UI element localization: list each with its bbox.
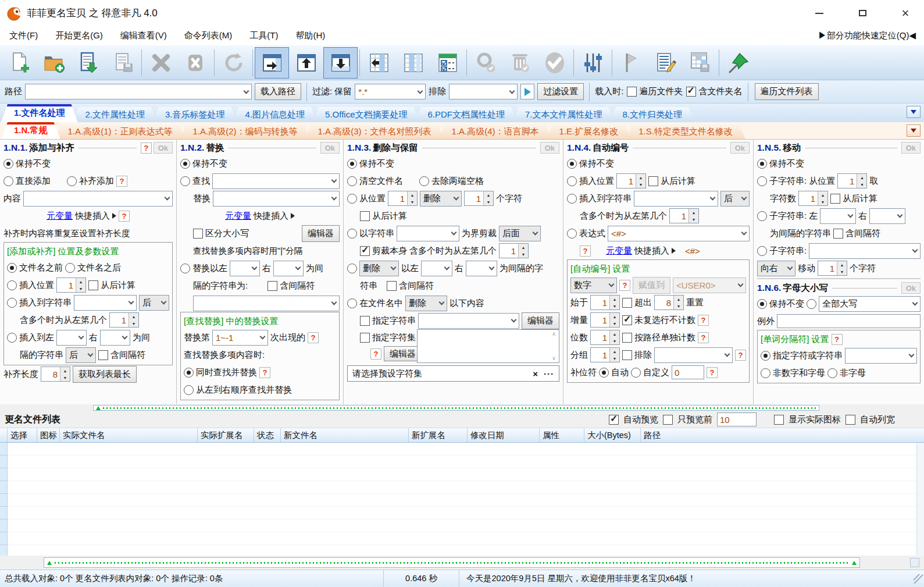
- spec-char-radio[interactable]: [761, 351, 770, 361]
- refresh-button[interactable]: [216, 47, 251, 79]
- insert-pos-radio[interactable]: [7, 280, 17, 290]
- quick-locate-link[interactable]: ▶部分功能快速定位(Q)◀: [818, 30, 916, 41]
- substring-radio[interactable]: [757, 246, 767, 256]
- by-string-radio[interactable]: [347, 229, 357, 239]
- multi-index-spinner[interactable]: 1▲▼: [669, 208, 699, 223]
- find-radio[interactable]: [180, 176, 190, 186]
- column-actual-extension[interactable]: 实际扩展名: [198, 428, 254, 442]
- column-path[interactable]: 路径: [641, 428, 924, 442]
- spec-char-combo[interactable]: [845, 348, 917, 364]
- help-button[interactable]: ?: [119, 211, 130, 222]
- boundary-string-combo[interactable]: [397, 226, 459, 241]
- insert-between-radio[interactable]: [7, 333, 17, 343]
- keep-unchanged-radio[interactable]: [3, 159, 13, 169]
- non-alnum-radio[interactable]: [761, 368, 770, 378]
- maximize-button[interactable]: [854, 5, 871, 22]
- ok-indicator[interactable]: Ok: [320, 142, 340, 154]
- insert-pos-spinner[interactable]: 1▲▼: [56, 278, 86, 293]
- dropdown-arrow-icon[interactable]: [241, 84, 251, 99]
- over-reset-checkbox[interactable]: [622, 298, 632, 308]
- delete-keep-combo[interactable]: 删除: [359, 261, 399, 276]
- insert-to-string-radio[interactable]: [567, 194, 577, 204]
- content-combo[interactable]: [23, 191, 173, 207]
- position-spinner[interactable]: 1▲▼: [388, 191, 418, 206]
- file-table-body[interactable]: [0, 443, 924, 556]
- load-path-button[interactable]: 载入路径: [255, 83, 301, 100]
- custom-pad-input[interactable]: 0: [672, 365, 704, 379]
- search-button[interactable]: [469, 47, 503, 79]
- apply-filter-button[interactable]: [520, 84, 534, 99]
- tab-pdf-attributes[interactable]: 6.PDF文档属性处理: [415, 107, 518, 122]
- left-sep-combo[interactable]: [421, 261, 452, 276]
- right-sep-combo[interactable]: [466, 261, 497, 276]
- column-select[interactable]: 选择: [8, 428, 37, 442]
- non-alpha-radio[interactable]: [827, 368, 837, 378]
- insert-pos-radio[interactable]: [567, 176, 577, 186]
- get-longest-button[interactable]: 获取列表最长: [73, 366, 137, 383]
- traverse-folders-checkbox[interactable]: [627, 87, 637, 97]
- keep-unchanged-radio[interactable]: [180, 159, 190, 169]
- subtab-advanced-encoding[interactable]: 1.A.高级(2)：编码与转换等: [180, 124, 311, 139]
- panel-down-button[interactable]: [323, 47, 358, 79]
- minimize-button[interactable]: [811, 5, 827, 22]
- before-after-combo[interactable]: 后: [139, 295, 169, 311]
- case-sensitive-checkbox[interactable]: [193, 229, 203, 239]
- help-button[interactable]: ?: [832, 334, 843, 345]
- resize-grip[interactable]: [914, 574, 923, 584]
- delete-button[interactable]: [144, 47, 178, 79]
- menu-edit-view[interactable]: 编辑查看(V): [120, 30, 167, 41]
- keep-unchanged-radio[interactable]: [757, 159, 767, 169]
- panel-list-splitter[interactable]: [0, 404, 924, 411]
- right-sep-combo[interactable]: [100, 330, 130, 346]
- assign-to-button[interactable]: 赋值到: [633, 277, 670, 294]
- menu-file[interactable]: 文件(F): [9, 30, 38, 41]
- exclude-checkbox[interactable]: [622, 350, 632, 360]
- ok-indicator[interactable]: Ok: [901, 142, 921, 154]
- clear-selection-icon[interactable]: ×: [533, 369, 538, 379]
- confirm-button[interactable]: [537, 47, 572, 79]
- include-sep-checkbox[interactable]: [833, 229, 843, 239]
- delete-mode-combo[interactable]: 删除: [420, 191, 462, 207]
- flag-button[interactable]: [614, 47, 648, 79]
- cut-self-checkbox[interactable]: [360, 246, 370, 256]
- insert-to-string-combo[interactable]: [74, 295, 137, 311]
- per-path-checkbox[interactable]: [622, 333, 632, 343]
- column-new-extension[interactable]: 新扩展名: [409, 428, 468, 442]
- over-spinner[interactable]: 8▲▼: [654, 295, 684, 310]
- dropdown-arrow-icon[interactable]: [506, 84, 517, 99]
- pad-length-spinner[interactable]: 8▲▼: [41, 367, 70, 382]
- scrollbar[interactable]: ∧∨: [550, 331, 558, 361]
- file-rows-area[interactable]: [8, 443, 916, 556]
- auto-pad-radio[interactable]: [599, 368, 609, 378]
- char-count-spinner[interactable]: 1▲▼: [798, 191, 828, 206]
- pad-add-radio[interactable]: [67, 176, 77, 186]
- subtab-specific-type[interactable]: 1.S.特定类型文件名修改: [626, 124, 745, 139]
- meta-variable-link[interactable]: 元变量: [606, 246, 632, 257]
- clear-all-button[interactable]: [178, 47, 212, 79]
- charset-textarea[interactable]: ∧∨: [417, 329, 559, 363]
- meta-variable-link[interactable]: 元变量: [225, 211, 251, 222]
- help-button[interactable]: ?: [619, 280, 630, 291]
- menu-help[interactable]: 帮助(H): [295, 30, 325, 41]
- help-button[interactable]: ?: [308, 332, 319, 343]
- start-spinner[interactable]: 1▲▼: [590, 295, 620, 310]
- left-sep-combo[interactable]: [820, 208, 856, 224]
- scroll-corner-box[interactable]: [910, 558, 919, 567]
- replace-combo[interactable]: [213, 191, 340, 207]
- preview-count-input[interactable]: 10: [717, 412, 757, 426]
- vertical-scrollbar[interactable]: [916, 443, 924, 556]
- show-real-icon-checkbox[interactable]: [774, 415, 784, 425]
- keep-unchanged-radio[interactable]: [757, 299, 767, 309]
- count-from-end-checkbox[interactable]: [360, 211, 370, 221]
- filter-exclude-combo[interactable]: [449, 84, 518, 99]
- columns-center-button[interactable]: [396, 47, 430, 79]
- help-button[interactable]: ?: [370, 348, 381, 360]
- in-name-radio[interactable]: [347, 298, 357, 308]
- left-sep-combo[interactable]: [230, 261, 260, 276]
- trim-radio[interactable]: [419, 176, 429, 186]
- multi-index-spinner[interactable]: 1▲▼: [499, 243, 529, 258]
- ok-indicator[interactable]: Ok: [730, 142, 750, 154]
- count-from-end-checkbox[interactable]: [88, 280, 98, 290]
- spec-string-combo[interactable]: [418, 313, 519, 329]
- pin-button[interactable]: [721, 47, 755, 79]
